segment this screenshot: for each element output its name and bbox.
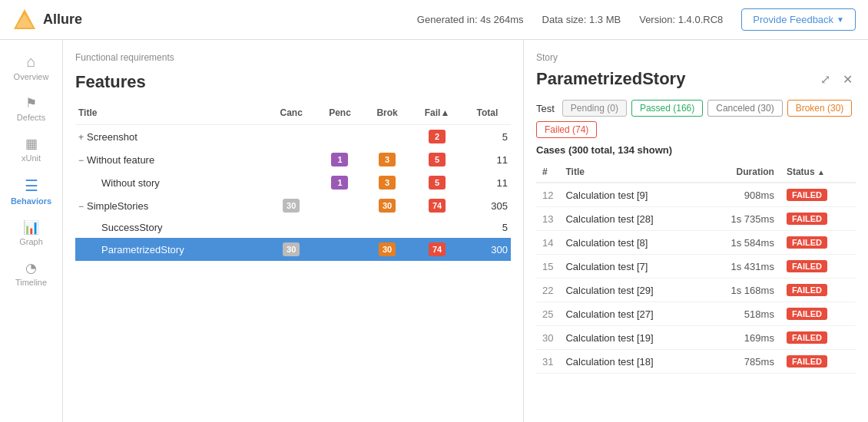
flag-icon: ⚑ <box>25 97 37 110</box>
canc-cell <box>267 148 316 171</box>
col-num: # <box>536 163 559 183</box>
fail-cell: 5 <box>410 171 463 194</box>
case-row[interactable]: 30Calculation test [19]169msFAILED <box>536 326 856 350</box>
header-meta: Generated in: 4s 264ms Data size: 1.3 MB… <box>417 8 856 31</box>
filter-passed[interactable]: Passed (166) <box>631 100 703 117</box>
case-row[interactable]: 22Calculation test [29]1s 168msFAILED <box>536 279 856 302</box>
case-status-cell: FAILED <box>780 255 856 279</box>
story-actions: ⤢ ✕ <box>817 71 856 88</box>
case-row[interactable]: 15Calculation test [7]1s 431msFAILED <box>536 255 856 279</box>
filter-pending[interactable]: Pending (0) <box>562 100 627 117</box>
sidebar-item-graph[interactable]: 📊 Graph <box>0 213 62 254</box>
status-badge: FAILED <box>787 260 827 272</box>
penc-cell <box>316 238 364 261</box>
sidebar-label-timeline: Timeline <box>15 278 47 287</box>
status-badge: FAILED <box>787 189 827 201</box>
canc-cell: 30 <box>267 238 316 261</box>
total-cell: 11 <box>464 171 511 194</box>
sidebar-label-graph: Graph <box>19 237 43 246</box>
brok-cell: 3 <box>364 171 410 194</box>
sidebar-item-timeline[interactable]: ◔ Timeline <box>0 254 62 295</box>
col-case-title: Title <box>559 163 701 183</box>
table-row[interactable]: SuccessStory5 <box>75 217 511 238</box>
table-row[interactable]: ParametrizedStory303074300 <box>75 238 511 261</box>
status-badge: FAILED <box>787 331 827 344</box>
close-icon[interactable]: ✕ <box>840 71 856 88</box>
sidebar-item-overview[interactable]: ⌂ Overview <box>0 46 62 89</box>
expand-icon[interactable]: ⤢ <box>817 71 833 88</box>
status-badge: FAILED <box>787 284 827 296</box>
filter-canceled[interactable]: Canceled (30) <box>707 100 782 117</box>
penc-cell <box>316 125 364 149</box>
version-info: Version: 1.4.0.RC8 <box>639 14 723 25</box>
grid-icon: ▦ <box>25 137 38 150</box>
sidebar-item-xunit[interactable]: ▦ xUnit <box>0 130 62 170</box>
case-row[interactable]: 14Calculation test [8]1s 584msFAILED <box>536 231 856 255</box>
right-panel: Story ParametrizedStory ⤢ ✕ Test Pending… <box>524 40 868 422</box>
fail-cell <box>410 217 463 238</box>
case-duration-cell: 1s 431ms <box>701 255 780 279</box>
story-header: ParametrizedStory ⤢ ✕ <box>536 69 856 89</box>
filter-broken[interactable]: Broken (30) <box>787 100 853 117</box>
case-num-cell: 22 <box>536 279 559 302</box>
col-title: Title <box>75 104 267 125</box>
case-num-cell: 15 <box>536 255 559 279</box>
provide-feedback-button[interactable]: Provide Feedback ▼ <box>741 8 856 31</box>
sidebar-item-behaviors[interactable]: ☰ Behaviors <box>0 170 62 213</box>
case-status-cell: FAILED <box>780 302 856 326</box>
case-duration-cell: 908ms <box>701 183 780 207</box>
canc-cell <box>267 217 316 238</box>
sidebar-label-overview: Overview <box>14 72 49 81</box>
brok-cell: 3 <box>364 148 410 171</box>
col-brok: Brok <box>364 104 410 125</box>
canc-cell: 30 <box>267 194 316 217</box>
case-status-cell: FAILED <box>780 207 856 231</box>
allure-logo-icon <box>12 8 37 32</box>
table-row[interactable]: +Screenshot25 <box>75 125 511 149</box>
canc-cell <box>267 171 316 194</box>
case-title-cell: Calculation test [19] <box>559 326 701 350</box>
sort-arrow-icon: ▲ <box>817 168 825 176</box>
case-duration-cell: 1s 584ms <box>701 231 780 255</box>
left-panel: Functional requirements Features Title C… <box>63 40 524 422</box>
story-title: ParametrizedStory <box>536 69 685 89</box>
fail-cell: 74 <box>410 194 463 217</box>
total-cell: 300 <box>464 238 511 261</box>
left-breadcrumb: Functional requirements <box>75 52 511 63</box>
clock-icon: ◔ <box>25 262 37 275</box>
fail-cell: 5 <box>410 148 463 171</box>
features-table: Title Canc Penc Brok Fail▲ Total +Screen… <box>75 104 511 261</box>
table-row[interactable]: −SimpleStories303074305 <box>75 194 511 217</box>
brok-cell <box>364 217 410 238</box>
brok-cell <box>364 125 410 149</box>
feature-title-cell: −Without feature <box>75 148 267 171</box>
case-title-cell: Calculation test [28] <box>559 207 701 231</box>
feature-title-cell: SuccessStory <box>75 217 267 238</box>
case-row[interactable]: 25Calculation test [27]518msFAILED <box>536 302 856 326</box>
list-icon: ☰ <box>25 178 38 193</box>
total-cell: 5 <box>464 217 511 238</box>
case-row[interactable]: 12Calculation test [9]908msFAILED <box>536 183 856 207</box>
table-row[interactable]: Without story13511 <box>75 171 511 194</box>
app-name: Allure <box>43 12 82 28</box>
case-row[interactable]: 13Calculation test [28]1s 735msFAILED <box>536 207 856 231</box>
penc-cell <box>316 217 364 238</box>
filter-failed[interactable]: Failed (74) <box>536 121 597 138</box>
cases-table: # Title Duration Status ▲ 12Calculation … <box>536 163 856 374</box>
section-title: Features <box>75 72 511 92</box>
table-row[interactable]: −Without feature13511 <box>75 148 511 171</box>
case-title-cell: Calculation test [9] <box>559 183 701 207</box>
case-duration-cell: 1s 735ms <box>701 207 780 231</box>
penc-cell: 1 <box>316 171 364 194</box>
filter-row: Test Pending (0) Passed (166) Canceled (… <box>536 100 856 138</box>
case-row[interactable]: 31Calculation test [18]785msFAILED <box>536 350 856 374</box>
story-breadcrumb: Story <box>536 52 856 63</box>
data-size-info: Data size: 1.3 MB <box>542 14 621 25</box>
case-status-cell: FAILED <box>780 350 856 374</box>
feature-title-cell: −SimpleStories <box>75 194 267 217</box>
sidebar-item-defects[interactable]: ⚑ Defects <box>0 89 62 130</box>
sidebar: ⌂ Overview ⚑ Defects ▦ xUnit ☰ Behaviors… <box>0 40 63 422</box>
total-cell: 305 <box>464 194 511 217</box>
home-icon: ⌂ <box>26 54 35 69</box>
chevron-down-icon: ▼ <box>837 15 844 24</box>
